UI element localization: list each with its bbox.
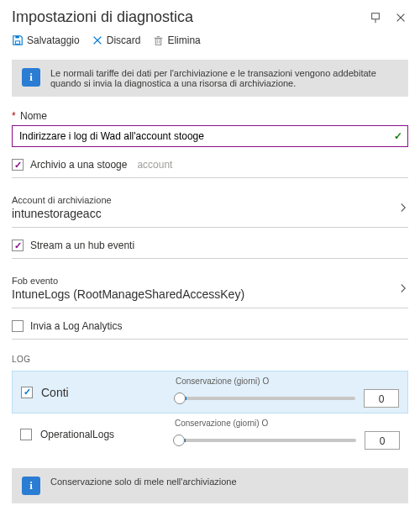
save-icon xyxy=(12,34,24,46)
storage-account-picker[interactable]: Account di archiviazione intunestorageac… xyxy=(12,190,408,228)
info-banner-pricing: i Le normali tariffe dei dati per l'arch… xyxy=(12,60,408,97)
delete-label: Elimina xyxy=(167,34,200,46)
info-banner-retention: i Conservazione solo di mele nell'archiv… xyxy=(12,468,408,503)
loganalytics-checkbox[interactable] xyxy=(12,320,24,332)
storage-account-label: Account di archiviazione xyxy=(12,195,112,205)
log-row-name: OperationalLogs xyxy=(40,429,166,440)
eventhub-label: Fob evento xyxy=(12,276,244,286)
stream-checkbox[interactable] xyxy=(12,240,24,251)
trash-icon xyxy=(152,34,164,46)
divider xyxy=(12,177,408,178)
retention-value[interactable]: 0 xyxy=(364,389,399,408)
name-input[interactable] xyxy=(18,126,394,146)
log-row[interactable]: OperationalLogs Conservazione (giorni) O… xyxy=(12,413,408,455)
divider xyxy=(12,339,408,340)
info-banner-text: Conservazione solo di mele nell'archivia… xyxy=(50,477,237,487)
loganalytics-label: Invia a Log Analytics xyxy=(30,320,122,332)
delete-button[interactable]: Elimina xyxy=(152,34,200,46)
info-icon: i xyxy=(22,477,40,495)
eventhub-picker[interactable]: Fob evento IntuneLogs (RootManageSharedA… xyxy=(12,271,408,308)
divider xyxy=(12,258,408,259)
stream-label: Stream a un hub eventi xyxy=(30,240,134,251)
info-banner-text: Le normali tariffe dei dati per l'archiv… xyxy=(50,68,398,88)
info-icon: i xyxy=(22,68,40,87)
discard-icon xyxy=(92,34,103,46)
log-row-checkbox[interactable] xyxy=(20,429,32,440)
storage-account-value: intunestorageacc xyxy=(12,207,112,220)
archive-hint: account xyxy=(137,159,172,171)
log-row-checkbox[interactable] xyxy=(21,387,33,398)
pin-icon[interactable] xyxy=(368,10,383,25)
svg-rect-5 xyxy=(15,36,18,39)
retention-label: Conservazione (giorni) O xyxy=(175,419,400,428)
svg-rect-0 xyxy=(372,13,380,18)
eventhub-value: IntuneLogs (RootManageSharedAccessKey) xyxy=(12,287,244,301)
svg-rect-8 xyxy=(155,39,161,45)
chevron-right-icon xyxy=(398,283,408,293)
required-star: * xyxy=(12,110,16,122)
svg-rect-4 xyxy=(15,41,19,45)
discard-label: Discard xyxy=(107,34,141,46)
save-label: Salvataggio xyxy=(27,34,80,46)
slider-thumb[interactable] xyxy=(173,435,185,446)
log-row[interactable]: Conti Conservazione (giorni) O 0 xyxy=(12,371,408,413)
close-icon[interactable] xyxy=(393,10,408,25)
retention-slider[interactable] xyxy=(175,439,356,442)
validation-check-icon: ✓ xyxy=(394,130,402,142)
slider-thumb[interactable] xyxy=(174,392,186,404)
page-title: Impostazioni di diagnostica xyxy=(12,8,358,26)
discard-button[interactable]: Discard xyxy=(92,34,141,46)
name-label: Nome xyxy=(20,110,47,122)
archive-label: Archivio a una stooge xyxy=(30,159,127,171)
save-button[interactable]: Salvataggio xyxy=(12,34,80,46)
log-section-heading: LOG xyxy=(12,355,408,364)
retention-label: Conservazione (giorni) O xyxy=(176,377,399,386)
retention-slider[interactable] xyxy=(176,397,355,400)
archive-checkbox[interactable] xyxy=(12,159,24,171)
name-input-wrap[interactable]: ✓ xyxy=(12,125,408,147)
retention-value[interactable]: 0 xyxy=(365,431,400,450)
chevron-right-icon xyxy=(398,203,408,213)
log-row-name: Conti xyxy=(41,386,167,399)
